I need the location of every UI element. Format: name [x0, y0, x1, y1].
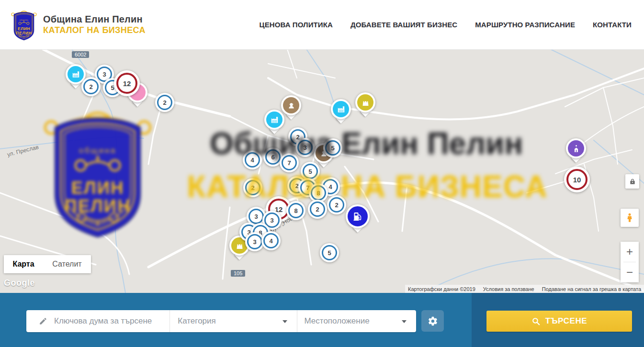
map-type-control: Карта Сателит: [4, 255, 91, 273]
header: Община Елин Пелин КАТАЛОГ НА БИЗНЕСА ЦЕН…: [0, 0, 644, 50]
brand[interactable]: Община Елин Пелин КАТАЛОГ НА БИЗНЕСА: [11, 8, 146, 42]
cluster-marker[interactable]: 4: [261, 231, 281, 250]
pencil-icon: [39, 317, 47, 325]
fuel-marker[interactable]: [346, 204, 370, 228]
nav-item-pricing[interactable]: ЦЕНОВА ПОЛИТИКА: [260, 21, 333, 29]
nav-item-add-business[interactable]: ДОБАВЕТЕ ВАШИЯТ БИЗНЕС: [350, 21, 457, 29]
search-icon: [531, 317, 541, 326]
cluster-marker[interactable]: 3: [295, 138, 315, 157]
cluster-marker[interactable]: 2: [243, 178, 262, 197]
site-title: Община Елин Пелин: [43, 13, 146, 25]
main-nav: ЦЕНОВА ПОЛИТИКА ДОБАВЕТЕ ВАШИЯТ БИЗНЕС М…: [260, 21, 632, 29]
keyword-field[interactable]: [26, 310, 169, 332]
cluster-marker[interactable]: 2: [308, 200, 327, 219]
map-type-map-button[interactable]: Карта: [4, 255, 43, 273]
cluster-marker[interactable]: 7: [280, 153, 299, 172]
cluster-marker[interactable]: 10: [564, 167, 590, 192]
worker-marker[interactable]: [281, 95, 301, 115]
cluster-marker[interactable]: 4: [243, 150, 262, 169]
google-logo[interactable]: Google: [4, 278, 35, 288]
cluster-marker[interactable]: 2: [81, 77, 101, 96]
cluster-marker[interactable]: 12: [114, 70, 140, 96]
google-map[interactable]: 6002 105 ул. Преслав бул. „Новосел 32512…: [0, 49, 644, 293]
keyword-input[interactable]: [53, 316, 169, 326]
chevron-down-icon: [282, 320, 287, 323]
search-button[interactable]: ТЪРСЕНЕ: [486, 311, 632, 332]
site-subtitle: КАТАЛОГ НА БИЗНЕСА: [43, 25, 146, 36]
advanced-options-button[interactable]: [421, 310, 444, 332]
lock-icon: [629, 178, 636, 185]
pegman-icon: [624, 212, 635, 224]
factory-marker[interactable]: [331, 99, 351, 119]
report-error-link[interactable]: Подаване на сигнал за грешка в картата: [542, 286, 641, 292]
location-select[interactable]: Местоположение: [297, 310, 416, 332]
cluster-marker[interactable]: 2: [155, 93, 174, 112]
search-button-label: ТЪРСЕНЕ: [545, 316, 588, 326]
terms-link[interactable]: Условия за ползване: [483, 286, 534, 292]
map-data-credit: Картографски данни ©2019: [408, 286, 475, 292]
chevron-down-icon: [402, 320, 407, 323]
search-fields: Категория Местоположение: [26, 310, 416, 332]
page: община ЕЛИН ПЕЛИН Община Елин Пелин КАТА…: [0, 0, 644, 347]
zoom-in-button[interactable]: +: [621, 242, 639, 262]
category-select-label: Категория: [178, 316, 215, 326]
church-marker[interactable]: [566, 138, 586, 158]
nav-item-route-schedule[interactable]: МАРШРУТНО РАЗПИСАНИЕ: [475, 21, 575, 29]
category-select[interactable]: Категория: [169, 310, 297, 332]
cluster-marker[interactable]: 8: [286, 201, 305, 220]
brand-text: Община Елин Пелин КАТАЛОГ НА БИЗНЕСА: [43, 13, 146, 36]
bag-marker[interactable]: [355, 92, 375, 112]
nav-item-contacts[interactable]: КОНТАКТИ: [593, 21, 632, 29]
municipality-logo: [11, 8, 37, 42]
gear-icon: [428, 316, 438, 326]
street-view-pegman[interactable]: [621, 209, 639, 227]
cluster-marker[interactable]: 5: [323, 138, 342, 157]
cluster-marker[interactable]: 5: [320, 243, 339, 262]
search-bar: Категория Местоположение ТЪРСЕНЕ: [0, 293, 644, 347]
markers-layer: 32512223564752274821282333834510: [0, 49, 644, 293]
zoom-control: + −: [621, 242, 639, 282]
zoom-out-button[interactable]: −: [621, 262, 639, 282]
map-attribution: Картографски данни ©2019 Условия за полз…: [405, 285, 644, 293]
location-select-label: Местоположение: [304, 316, 369, 326]
map-type-satellite-button[interactable]: Сателит: [43, 255, 91, 273]
lock-control[interactable]: [625, 174, 639, 189]
cluster-marker[interactable]: 2: [327, 195, 346, 214]
